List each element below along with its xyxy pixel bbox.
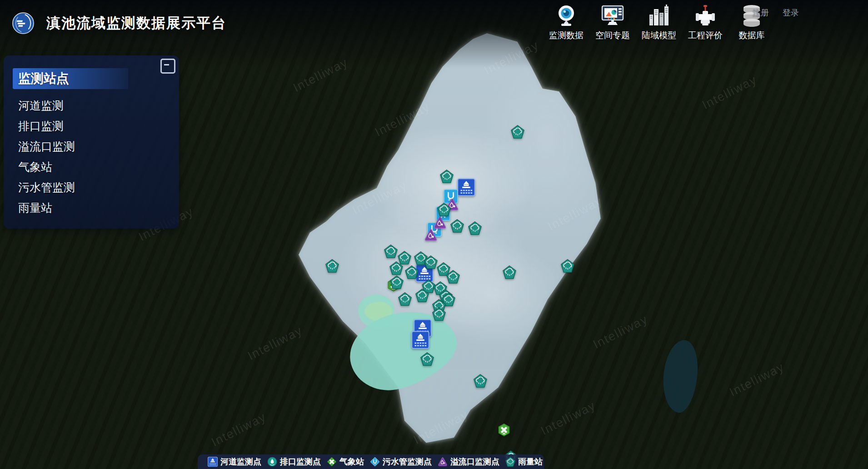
- database-icon: [740, 21, 763, 29]
- legend-item-label: 河道监测点: [220, 456, 261, 467]
- legend-item-overflow: 溢流口监测点: [438, 456, 499, 467]
- sidebar-item-label: 溢流口监测: [18, 140, 75, 153]
- sidebar-item-label: 河道监测: [18, 99, 64, 112]
- nav-item-3[interactable]: 工程评价: [686, 4, 725, 41]
- nav-item-2[interactable]: 陆域模型: [639, 4, 678, 41]
- rain-marker[interactable]: [474, 374, 487, 388]
- rain-legend-icon: [505, 457, 515, 467]
- weather-legend-icon: [327, 457, 337, 467]
- rain-marker[interactable]: [446, 270, 460, 284]
- rain-marker[interactable]: [398, 292, 412, 306]
- rain-marker[interactable]: [325, 259, 339, 273]
- legend-item-label: 溢流口监测点: [450, 456, 499, 467]
- overflow-legend-icon: [438, 457, 448, 467]
- nav-item-0[interactable]: 监测数据: [547, 4, 586, 41]
- rain-marker[interactable]: [432, 307, 446, 321]
- sewage-legend-icon: [370, 457, 380, 467]
- register-link[interactable]: 注册: [753, 7, 769, 18]
- webcam-icon: [554, 21, 578, 29]
- rain-marker[interactable]: [389, 261, 403, 275]
- rain-marker[interactable]: [561, 259, 574, 273]
- app-window: IntelliwayIntelliwayIntelliwayIntelliway…: [0, 0, 868, 469]
- monitor-chart-icon: [601, 21, 624, 29]
- legend-item-label: 雨量站: [518, 456, 543, 467]
- page-title: 滇池流域监测数据展示平台: [46, 14, 226, 33]
- sidebar-menu: 河道监测排口监测溢流口监测气象站污水管监测雨量站: [18, 95, 179, 218]
- platform-logo[interactable]: [12, 12, 35, 35]
- sidebar-item-2[interactable]: 溢流口监测: [18, 136, 179, 157]
- login-link[interactable]: 登录: [783, 7, 799, 18]
- overflow-marker[interactable]: [433, 216, 447, 230]
- sidebar-item-label: 雨量站: [18, 201, 52, 214]
- top-nav: 监测数据空间专题陆域模型工程评价数据库: [547, 4, 771, 41]
- rain-marker[interactable]: [437, 203, 451, 216]
- weather-marker[interactable]: [497, 424, 510, 437]
- auth-links: 注册 登录: [753, 7, 799, 18]
- rain-marker[interactable]: [405, 265, 419, 279]
- rain-marker[interactable]: [384, 244, 398, 258]
- nav-item-label: 空间专题: [593, 30, 632, 41]
- rain-marker[interactable]: [450, 219, 464, 233]
- nav-item-label: 数据库: [732, 30, 771, 41]
- sidebar-item-label: 气象站: [18, 160, 52, 173]
- river-marker[interactable]: [411, 331, 429, 349]
- legend-item-sewage: 污水管监测点: [370, 456, 432, 467]
- outlet-legend-icon: [267, 457, 277, 467]
- nav-item-label: 陆域模型: [639, 30, 678, 41]
- pipe-valve-icon: [693, 21, 717, 29]
- sidebar-item-1[interactable]: 排口监测: [18, 116, 179, 136]
- legend-item-label: 气象站: [339, 456, 364, 467]
- sidebar-item-label: 污水管监测: [18, 181, 75, 194]
- sidebar-item-5[interactable]: 雨量站: [18, 198, 179, 218]
- rain-marker[interactable]: [420, 352, 434, 366]
- legend-item-label: 污水管监测点: [383, 456, 432, 467]
- rain-marker[interactable]: [511, 125, 524, 139]
- legend-item-outlet: 排口监测点: [267, 456, 321, 467]
- monitoring-stations-panel: 监测站点 河道监测排口监测溢流口监测气象站污水管监测雨量站: [4, 55, 179, 229]
- nav-item-1[interactable]: 空间专题: [593, 4, 632, 41]
- river-legend-icon: [208, 457, 218, 467]
- panel-minimize-button[interactable]: [160, 59, 175, 74]
- legend-item-river: 河道监测点: [208, 456, 261, 467]
- sidebar-item-label: 排口监测: [18, 120, 64, 132]
- sidebar-item-0[interactable]: 河道监测: [18, 95, 179, 116]
- rain-marker[interactable]: [503, 265, 516, 279]
- panel-title[interactable]: 监测站点: [13, 68, 128, 89]
- overflow-marker[interactable]: [424, 228, 438, 242]
- city-buildings-icon: [647, 21, 671, 29]
- legend-item-weather: 气象站: [327, 456, 364, 467]
- sidebar-item-4[interactable]: 污水管监测: [18, 177, 179, 198]
- river-marker[interactable]: [457, 178, 475, 196]
- rain-marker[interactable]: [390, 275, 404, 289]
- rain-marker[interactable]: [415, 289, 429, 302]
- sidebar-item-3[interactable]: 气象站: [18, 157, 179, 177]
- rain-marker[interactable]: [440, 170, 454, 183]
- rain-marker[interactable]: [424, 255, 438, 269]
- nav-item-label: 监测数据: [547, 30, 586, 41]
- legend-item-rain: 雨量站: [505, 456, 543, 467]
- rain-marker[interactable]: [468, 221, 482, 235]
- map-legend-bar: 河道监测点排口监测点气象站污水管监测点溢流口监测点雨量站: [198, 454, 544, 469]
- nav-item-label: 工程评价: [686, 30, 725, 41]
- legend-item-label: 排口监测点: [280, 456, 321, 467]
